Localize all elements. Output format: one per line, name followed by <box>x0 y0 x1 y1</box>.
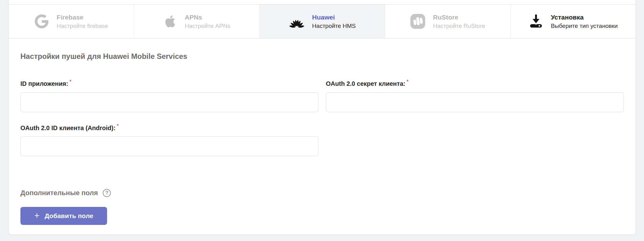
tab-apns[interactable]: APNs Настройте APNs <box>134 5 259 38</box>
rustore-icon <box>410 14 426 29</box>
wizard-step-tabs: Firebase Настройте firebase APNs Настрой… <box>9 5 636 38</box>
add-field-button[interactable]: + Добавить поле <box>20 207 107 225</box>
tab-install-title: Установка <box>551 13 618 21</box>
page-title: Настройки пушей для Huawei Mobile Servic… <box>20 52 624 61</box>
google-g-icon <box>34 14 49 29</box>
required-asterisk: * <box>117 123 119 129</box>
app-id-input[interactable] <box>20 92 318 112</box>
extra-fields-title: Дополнительные поля <box>20 189 98 197</box>
tab-rustore-subtitle: Настройте RuStore <box>433 22 485 29</box>
oauth-client-id-label: OAuth 2.0 ID клиента (Android):* <box>20 122 318 132</box>
tab-panel-huawei: Настройки пушей для Huawei Mobile Servic… <box>9 52 636 225</box>
field-app-id: ID приложения:* <box>20 78 318 112</box>
question-circle-icon[interactable]: ? <box>103 189 111 197</box>
tab-install[interactable]: Установка Выберите тип установки <box>511 5 636 38</box>
app-id-label: ID приложения:* <box>20 78 318 87</box>
oauth-secret-label: OAuth 2.0 секрет клиента:* <box>326 78 624 87</box>
oauth-secret-input[interactable] <box>326 92 624 112</box>
tab-firebase-subtitle: Настройте firebase <box>57 22 108 29</box>
tab-huawei[interactable]: Huawei Настройте HMS <box>260 5 385 38</box>
required-asterisk: * <box>69 79 71 84</box>
oauth-client-id-input[interactable] <box>20 136 318 156</box>
plus-icon: + <box>34 211 40 220</box>
huawei-logo-icon <box>289 14 305 28</box>
tab-firebase[interactable]: Firebase Настройте firebase <box>9 5 134 38</box>
extra-fields-section: Дополнительные поля ? <box>20 189 624 197</box>
form-row-1: ID приложения:* OAuth 2.0 секрет клиента… <box>20 78 624 112</box>
install-download-icon <box>529 14 543 29</box>
field-oauth-secret: OAuth 2.0 секрет клиента:* <box>326 78 624 112</box>
tab-huawei-subtitle: Настройте HMS <box>312 22 356 29</box>
settings-wizard-card: Firebase Настройте firebase APNs Настрой… <box>8 0 636 235</box>
tab-rustore[interactable]: RuStore Настройте RuStore <box>385 5 510 38</box>
tab-apns-title: APNs <box>185 13 230 21</box>
tab-rustore-title: RuStore <box>433 13 485 21</box>
tab-install-subtitle: Выберите тип установки <box>551 22 618 29</box>
tab-apns-subtitle: Настройте APNs <box>185 22 230 29</box>
field-oauth-client-id: OAuth 2.0 ID клиента (Android):* <box>20 122 318 156</box>
tab-huawei-title: Huawei <box>312 13 356 21</box>
card-top-strip <box>9 0 636 5</box>
required-asterisk: * <box>407 79 408 84</box>
apple-icon <box>163 14 177 28</box>
add-field-button-label: Добавить поле <box>45 212 93 220</box>
tab-firebase-title: Firebase <box>57 13 108 21</box>
